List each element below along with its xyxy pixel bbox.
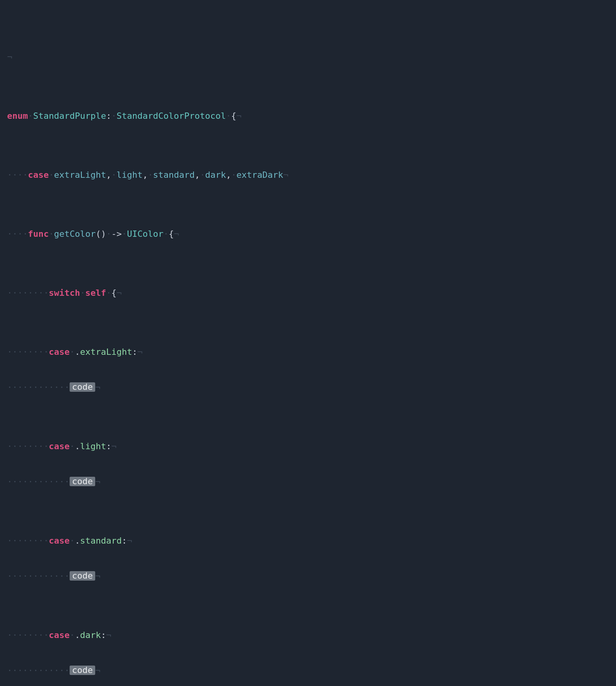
case-value: extraLight xyxy=(54,170,106,180)
newline-marker: ¬ xyxy=(106,630,111,640)
keyword-enum: enum xyxy=(7,111,28,121)
case-value: light xyxy=(116,170,142,180)
indent: ············ xyxy=(7,571,70,581)
keyword-case: case xyxy=(49,630,70,640)
newline-marker: ¬ xyxy=(127,536,132,546)
code-placeholder[interactable]: code xyxy=(70,571,95,581)
code-placeholder[interactable]: code xyxy=(70,477,95,486)
code-line[interactable]: ¬ xyxy=(7,51,609,63)
newline-marker: ¬ xyxy=(95,571,100,581)
code-line[interactable]: ····func·getColor()·->·UIColor·{¬ xyxy=(7,228,609,240)
protocol-type: StandardColorProtocol xyxy=(116,111,226,121)
case-value: standard xyxy=(153,170,195,180)
code-line[interactable]: ········case·.standard:¬ xyxy=(7,535,609,547)
indent: ········ xyxy=(7,630,49,640)
keyword-switch: switch xyxy=(49,288,80,298)
indent: ············ xyxy=(7,382,70,392)
code-line[interactable]: ········switch·self·{¬ xyxy=(7,287,609,299)
newline-marker: ¬ xyxy=(174,229,179,239)
whitespace-dot: · xyxy=(226,111,231,121)
newline-marker: ¬ xyxy=(111,441,116,451)
code-line[interactable]: ············code¬ xyxy=(7,570,609,582)
newline-marker: ¬ xyxy=(236,111,242,121)
case-value: extraDark xyxy=(236,170,283,180)
return-type: UIColor xyxy=(127,229,164,239)
newline-marker: ¬ xyxy=(95,666,100,675)
indent: ············ xyxy=(7,666,70,675)
keyword-self: self xyxy=(85,288,106,298)
func-name: getColor xyxy=(54,229,96,239)
code-line[interactable]: ············code¬ xyxy=(7,382,609,393)
indent: ········ xyxy=(7,347,49,357)
whitespace-dot: · xyxy=(111,111,116,121)
code-line[interactable]: ············code¬ xyxy=(7,665,609,677)
code-line[interactable]: ····case·extraLight,·light,·standard,·da… xyxy=(7,169,609,181)
newline-marker: ¬ xyxy=(283,170,288,180)
code-editor[interactable]: ¬ enum·StandardPurple:·StandardColorProt… xyxy=(0,0,616,686)
keyword-func: func xyxy=(28,229,49,239)
enum-name: StandardPurple xyxy=(33,111,106,121)
case-value: extraLight xyxy=(80,347,132,357)
code-line[interactable]: enum·StandardPurple:·StandardColorProtoc… xyxy=(7,110,609,122)
whitespace-dot: · xyxy=(28,111,33,121)
newline-marker: ¬ xyxy=(137,347,142,357)
code-line[interactable]: ········case·.dark:¬ xyxy=(7,629,609,641)
indent: ···· xyxy=(7,229,28,239)
newline-marker: ¬ xyxy=(95,382,100,392)
code-line[interactable]: ········case·.extraLight:¬ xyxy=(7,346,609,358)
indent: ········ xyxy=(7,288,49,298)
newline-marker: ¬ xyxy=(7,52,12,62)
arrow: -> xyxy=(111,229,122,239)
keyword-case: case xyxy=(49,441,70,451)
keyword-case: case xyxy=(49,536,70,546)
case-value: dark xyxy=(205,170,226,180)
case-value: standard xyxy=(80,536,122,546)
code-placeholder[interactable]: code xyxy=(70,382,95,392)
indent: ···· xyxy=(7,170,28,180)
code-line[interactable]: ············code¬ xyxy=(7,476,609,488)
newline-marker: ¬ xyxy=(116,288,122,298)
indent: ········ xyxy=(7,441,49,451)
indent: ············ xyxy=(7,477,70,487)
code-placeholder[interactable]: code xyxy=(70,666,95,675)
code-line[interactable]: ········case·.light:¬ xyxy=(7,441,609,452)
case-value: dark xyxy=(80,630,101,640)
brace-open: { xyxy=(231,111,236,121)
colon: : xyxy=(106,111,111,121)
indent: ········ xyxy=(7,536,49,546)
newline-marker: ¬ xyxy=(95,477,100,487)
keyword-case: case xyxy=(28,170,49,180)
keyword-case: case xyxy=(49,347,70,357)
case-value: light xyxy=(80,441,106,451)
